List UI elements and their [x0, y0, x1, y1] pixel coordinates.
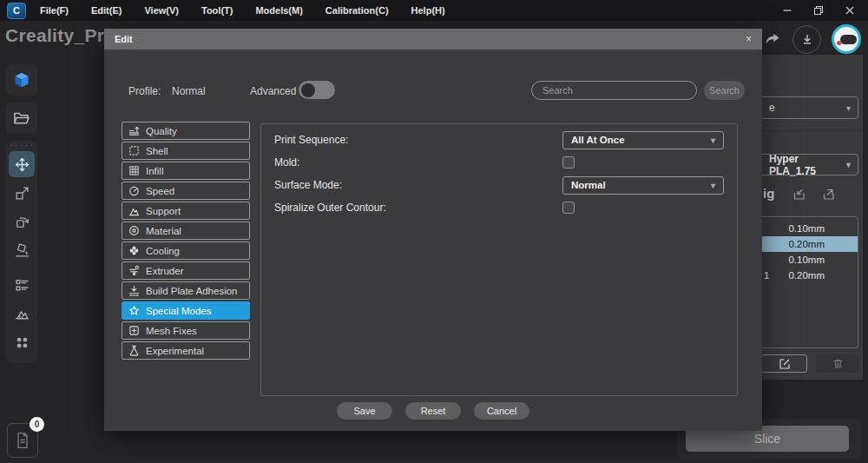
infill-icon — [128, 165, 140, 176]
category-experimental[interactable]: Experimental — [122, 341, 250, 360]
minimize-icon[interactable] — [781, 4, 793, 17]
menu-help[interactable]: Help(H) — [411, 5, 445, 16]
category-list: Quality Shell Infill Speed — [122, 122, 250, 360]
spiralize-checkbox[interactable] — [562, 202, 575, 214]
lay-flat-icon[interactable] — [9, 237, 35, 263]
menu-list: File(F) Edit(E) View(V) Tool(T) Models(M… — [40, 5, 445, 16]
setting-label-surface-mode: Surface Mode: — [274, 179, 342, 191]
setting-label-spiralize: Spiralize Outer Contour: — [274, 202, 386, 214]
close-icon[interactable] — [844, 4, 856, 17]
category-label: Mesh Fixes — [146, 326, 197, 336]
open-folder-icon[interactable] — [6, 103, 37, 134]
setting-label-print-sequence: Print Sequence: — [274, 134, 348, 146]
dialog-header[interactable]: Edit × — [104, 29, 762, 50]
scale-icon[interactable] — [9, 180, 35, 206]
dialog-close-icon[interactable]: × — [746, 34, 752, 44]
rotate-icon[interactable] — [9, 208, 35, 235]
category-label: Special Modes — [146, 306, 211, 316]
reset-button[interactable]: Reset — [405, 402, 461, 420]
group-grip-handle[interactable]: • • • • • — [6, 142, 37, 149]
menu-file[interactable]: File(F) — [40, 5, 69, 16]
toggle-knob — [301, 83, 315, 97]
app-logo-icon[interactable]: C — [7, 3, 26, 19]
left-toolbar: • • • • • — [6, 64, 37, 363]
extruder-icon — [128, 265, 140, 276]
flask-icon — [128, 345, 140, 356]
menubar: C File(F) Edit(E) View(V) Tool(T) Models… — [0, 0, 868, 21]
advanced-label: Advanced — [250, 85, 296, 97]
edit-profile-button[interactable] — [761, 354, 807, 373]
menu-view[interactable]: View(V) — [144, 5, 179, 16]
file-doc-icon — [15, 432, 30, 449]
category-label: Build Plate Adhesion — [146, 286, 238, 296]
file-list-button[interactable]: 0 — [7, 423, 38, 458]
profile-layer-height: 0.10mm — [788, 255, 825, 265]
category-material[interactable]: Material — [122, 222, 250, 240]
search-button[interactable]: Search — [704, 81, 745, 100]
dropdown-value: Normal — [571, 180, 606, 190]
speed-icon — [128, 185, 140, 196]
star-icon — [128, 305, 140, 316]
transform-tool-group: • • • • • — [6, 141, 37, 363]
export-icon[interactable] — [822, 188, 836, 202]
material-dropdown-value: Hyper PLA_1.75 — [769, 153, 846, 177]
search-input[interactable] — [531, 81, 697, 100]
category-quality[interactable]: Quality — [122, 122, 250, 140]
cooling-icon — [128, 245, 140, 256]
delete-profile-button[interactable] — [816, 354, 859, 373]
chevron-down-icon: ▾ — [846, 103, 851, 113]
profile-layer-height: 0.10mm — [788, 223, 825, 234]
object-list-icon[interactable] — [9, 272, 35, 298]
settings-panel: Print Sequence: All At Once ▾ Mold: Surf… — [260, 123, 738, 396]
category-label: Material — [146, 226, 181, 236]
category-infill[interactable]: Infill — [122, 162, 250, 180]
edit-dialog: Edit × Profile: Normal Advanced Search Q… — [104, 29, 762, 431]
support-paint-icon[interactable] — [9, 301, 35, 327]
profile-label: Profile: — [128, 85, 161, 97]
maximize-icon[interactable] — [812, 4, 825, 17]
save-button[interactable]: Save — [337, 402, 392, 420]
cancel-button[interactable]: Cancel — [474, 402, 529, 420]
share-icon[interactable] — [763, 30, 782, 48]
import-icon[interactable] — [792, 188, 806, 202]
profile-layer-height: 0.20mm — [788, 270, 825, 281]
dialog-footer: Save Reset Cancel — [104, 402, 762, 420]
menu-calibration[interactable]: Calibration(C) — [326, 5, 389, 16]
move-icon[interactable] — [9, 151, 35, 177]
category-extruder[interactable]: Extruder — [122, 261, 250, 280]
download-icon[interactable] — [792, 25, 821, 54]
category-label: Cooling — [146, 246, 180, 256]
category-cooling[interactable]: Cooling — [122, 241, 250, 260]
mesh-fixes-icon — [128, 325, 140, 336]
category-shell[interactable]: Shell — [122, 142, 250, 160]
category-support[interactable]: Support — [122, 202, 250, 220]
surface-mode-dropdown[interactable]: Normal ▾ — [562, 176, 724, 195]
category-mesh-fixes[interactable]: Mesh Fixes — [122, 321, 250, 340]
apps-icon[interactable] — [9, 329, 35, 355]
quality-icon — [128, 125, 140, 136]
printer-dropdown-value: e — [769, 102, 775, 114]
menu-models[interactable]: Models(M) — [255, 5, 302, 16]
advanced-toggle[interactable] — [299, 81, 335, 99]
category-label: Experimental — [146, 346, 204, 356]
category-label: Infill — [146, 166, 163, 176]
adhesion-icon — [128, 285, 140, 296]
avatar-visor — [840, 35, 857, 44]
header-actions — [763, 24, 861, 54]
category-speed[interactable]: Speed — [122, 182, 250, 200]
right-settings-panel: e ▾ Hyper PLA_1.75 ▾ ig 0.10mm 0.20mm — [761, 55, 863, 380]
category-build-plate-adhesion[interactable]: Build Plate Adhesion — [122, 281, 250, 300]
category-label: Shell — [146, 146, 168, 156]
user-avatar[interactable] — [832, 24, 861, 54]
print-sequence-dropdown[interactable]: All At Once ▾ — [562, 131, 724, 149]
menu-tool[interactable]: Tool(T) — [201, 5, 233, 16]
menu-edit[interactable]: Edit(E) — [91, 5, 122, 16]
support-icon — [128, 205, 140, 216]
chevron-down-icon: ▾ — [846, 160, 851, 169]
mold-checkbox[interactable] — [562, 156, 575, 169]
category-special-modes[interactable]: Special Modes — [122, 301, 250, 320]
prepare-cube-icon[interactable] — [6, 64, 37, 96]
dropdown-value: All At Once — [571, 135, 625, 145]
category-label: Extruder — [146, 266, 183, 276]
shell-icon — [128, 145, 140, 156]
